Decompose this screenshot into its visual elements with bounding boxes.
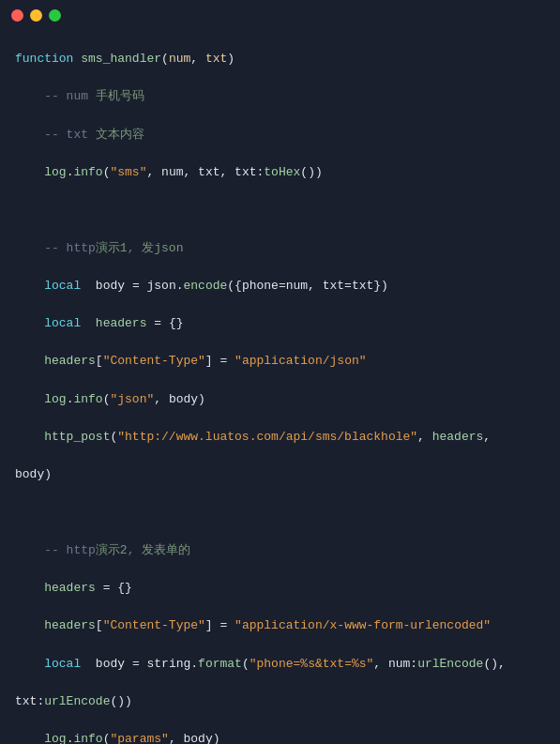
line-headers2: headers = {}	[15, 579, 545, 598]
line-comment-txt: -- txt 文本内容	[15, 126, 545, 144]
line-local-headers1: local headers = {}	[15, 314, 545, 333]
line-http-post1: http_post("http://www.luatos.com/api/sms…	[15, 428, 545, 447]
line-comment-num: -- num 手机号码	[15, 87, 545, 106]
line-headers-ct1: headers["Content-Type"] = "application/j…	[15, 352, 545, 371]
line-headers-ct2: headers["Content-Type"] = "application/x…	[15, 616, 545, 635]
code-editor: function sms_handler(num, txt) -- num 手机…	[0, 29, 560, 744]
minimize-dot[interactable]	[30, 9, 42, 22]
line-log-sms: log.info("sms", num, txt, txt:toHex())	[15, 163, 545, 182]
line-local-body2: local body = string.format("phone=%s&txt…	[15, 655, 545, 674]
line-txturlencode: txt:urlEncode())	[15, 692, 545, 711]
line-log-json: log.info("json", body)	[15, 390, 545, 409]
titlebar	[0, 0, 560, 29]
maximize-dot[interactable]	[49, 9, 61, 22]
line-body1: body)	[15, 465, 545, 484]
line-blank1	[15, 201, 545, 220]
line-comment-http1: -- http演示1, 发json	[15, 239, 545, 258]
close-dot[interactable]	[11, 9, 23, 22]
line-log-params: log.info("params", body)	[15, 730, 545, 744]
line-comment-http2: -- http演示2, 发表单的	[15, 541, 545, 560]
line-fn-def: function sms_handler(num, txt)	[15, 50, 545, 68]
line-local-body1: local body = json.encode({phone=num, txt…	[15, 277, 545, 296]
line-blank2	[15, 504, 545, 523]
